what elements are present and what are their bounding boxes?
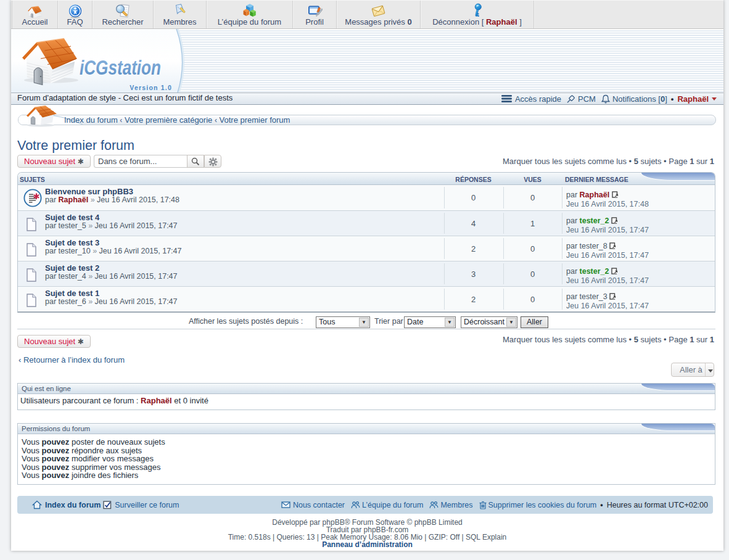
svg-text:Version 1.0: Version 1.0 bbox=[130, 84, 172, 91]
svg-text:iCGstation: iCGstation bbox=[80, 56, 161, 79]
